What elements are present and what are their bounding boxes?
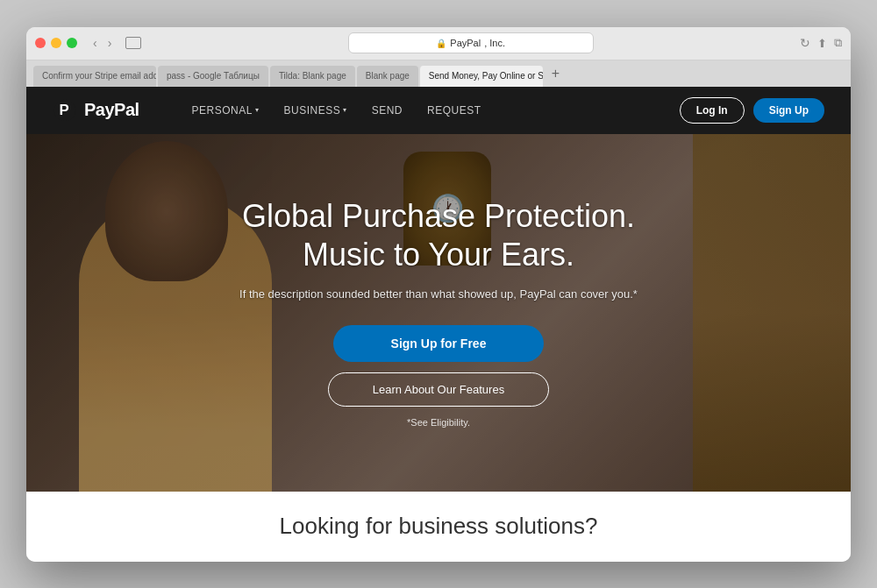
reload-button[interactable]: ↻ <box>800 36 810 50</box>
paypal-nav: P PayPal PERSONAL ▾ BUSINESS ▾ SEND REQU… <box>26 87 851 134</box>
share-button[interactable]: ⬆ <box>817 36 827 50</box>
traffic-lights <box>35 38 77 48</box>
hero-disclaimer: *See Eligibility. <box>239 417 638 428</box>
chevron-down-icon: ▾ <box>343 106 347 114</box>
tab-paypal[interactable]: Send Money, Pay Online or Set Up a M... <box>420 66 543 87</box>
url-bar-container: 🔒 PayPal , Inc. <box>152 32 789 53</box>
hero-title: Global Purchase Protection. Music to You… <box>239 197 638 273</box>
bottom-section: Looking for business solutions? <box>26 492 851 562</box>
new-tab-button[interactable]: ⧉ <box>834 36 842 50</box>
nav-request[interactable]: REQUEST <box>427 104 481 117</box>
paypal-logo-icon: P <box>53 98 77 123</box>
tabs-bar: Confirm your Stripe email address! - til… <box>26 60 851 87</box>
url-bar[interactable]: 🔒 PayPal , Inc. <box>348 32 594 53</box>
hero-subtitle: If the description sounded better than w… <box>239 287 638 301</box>
bottom-title: Looking for business solutions? <box>280 513 598 540</box>
nav-arrows: ‹ › <box>89 34 115 52</box>
nav-links: PERSONAL ▾ BUSINESS ▾ SEND REQUEST <box>192 104 645 117</box>
nav-business[interactable]: BUSINESS ▾ <box>283 104 346 117</box>
nav-personal[interactable]: PERSONAL ▾ <box>192 104 260 117</box>
tab-blank[interactable]: Blank page <box>357 66 418 87</box>
nav-actions: Log In Sign Up <box>680 97 824 124</box>
maximize-window-button[interactable] <box>67 38 77 48</box>
signup-nav-button[interactable]: Sign Up <box>753 98 824 123</box>
new-tab-plus-button[interactable]: + <box>548 66 563 81</box>
tab-pass[interactable]: pass - Google Таблицы <box>158 66 268 87</box>
url-brand: , Inc. <box>484 38 505 48</box>
back-button[interactable]: ‹ <box>89 34 101 52</box>
browser-window: ‹ › 🔒 PayPal , Inc. ↻ ⬆ ⧉ Confirm your S… <box>26 27 851 562</box>
url-text: PayPal <box>450 38 481 48</box>
svg-text:P: P <box>59 101 68 117</box>
window-icon <box>125 37 141 49</box>
title-bar-actions: ⬆ ⧉ <box>817 36 842 50</box>
lock-icon: 🔒 <box>436 39 446 48</box>
minimize-window-button[interactable] <box>51 38 61 48</box>
tab-stripe[interactable]: Confirm your Stripe email address! - til… <box>33 66 156 87</box>
close-window-button[interactable] <box>35 38 46 48</box>
chevron-down-icon: ▾ <box>255 106 260 114</box>
page-content: P PayPal PERSONAL ▾ BUSINESS ▾ SEND REQU… <box>26 87 851 562</box>
paypal-logo-text: PayPal <box>84 100 139 120</box>
title-bar: ‹ › 🔒 PayPal , Inc. ↻ ⬆ ⧉ <box>26 27 851 60</box>
forward-button[interactable]: › <box>104 34 116 52</box>
hero-buttons: Sign Up for Free Learn About Our Feature… <box>239 325 638 407</box>
nav-send[interactable]: SEND <box>372 104 403 117</box>
paypal-logo: P PayPal <box>53 98 139 123</box>
login-button[interactable]: Log In <box>680 97 745 124</box>
hero-content: Global Purchase Protection. Music to You… <box>222 180 655 444</box>
signup-free-button[interactable]: Sign Up for Free <box>333 325 544 362</box>
learn-features-button[interactable]: Learn About Our Features <box>328 372 549 407</box>
hero-section: Global Purchase Protection. Music to You… <box>26 134 851 492</box>
tab-tilda[interactable]: Tilda: Blank page <box>270 66 355 87</box>
